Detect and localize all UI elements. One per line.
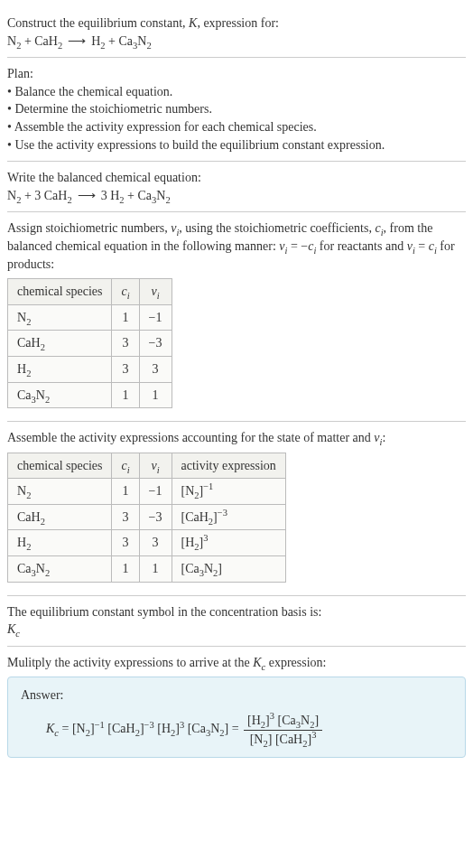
symbol-paragraph: The equilibrium constant symbol in the c…	[7, 603, 466, 621]
col-ci: ci	[112, 279, 139, 305]
cell-species: N2	[8, 304, 112, 331]
col-species: chemical species	[8, 453, 112, 479]
stoich-table: chemical species ci νi N2 1 −1 CaH2 3 −3…	[7, 278, 172, 408]
cell-nui: 1	[139, 382, 172, 408]
table-row: H2 3 3	[8, 356, 172, 382]
cell-nui: −3	[139, 504, 172, 530]
cell-ci: 3	[112, 356, 139, 382]
cell-species: CaH2	[8, 504, 112, 530]
activity-paragraph: Assemble the activity expressions accoun…	[7, 429, 466, 447]
cell-ci: 3	[112, 530, 139, 556]
text: , expression for:	[197, 16, 279, 30]
col-nui: νi	[139, 279, 172, 305]
cell-species: H2	[8, 356, 112, 382]
species: Ca3N2	[137, 189, 170, 202]
table-row: CaH2 3 −3	[8, 331, 172, 357]
cell-nui: 3	[139, 530, 172, 556]
plan-bullet: • Determine the stoichiometric numbers.	[7, 100, 466, 118]
kc-symbol: Kc	[7, 621, 466, 639]
table-row: CaH2 3 −3 [CaH2]−3	[8, 504, 286, 530]
activity-table: chemical species ci νi activity expressi…	[7, 453, 286, 583]
arrow-icon: ⟶	[68, 33, 86, 51]
plus: +	[125, 189, 138, 202]
multiply-paragraph: Mulitply the activity expressions to arr…	[7, 654, 466, 672]
cell-nui: 1	[139, 556, 172, 583]
species: 3 CaH2	[34, 189, 71, 202]
table-row: N2 1 −1 [N2]−1	[8, 479, 286, 505]
col-ci: ci	[112, 453, 139, 479]
cell-nui: −1	[139, 304, 172, 331]
answer-box: Answer: Kc = [N2]−1 [CaH2]−3 [H2]3 [Ca3N…	[7, 677, 466, 758]
plan-bullet: • Balance the chemical equation.	[7, 83, 466, 101]
prompt-line1: Construct the equilibrium constant, K, e…	[7, 14, 466, 33]
cell-activity: [N2]−1	[172, 479, 285, 505]
plus: +	[106, 34, 119, 48]
cell-species: Ca3N2	[8, 556, 112, 583]
species: H2	[91, 34, 105, 48]
k-symbol: K	[189, 16, 197, 30]
balanced-section: Write the balanced chemical equation: N2…	[7, 162, 466, 212]
col-nui: νi	[139, 453, 172, 479]
unbalanced-equation: N2 + CaH2⟶H2 + Ca3N2	[7, 33, 466, 51]
species: Ca3N2	[118, 34, 151, 48]
table-row: Ca3N2 1 1	[8, 382, 172, 408]
cell-ci: 1	[112, 382, 139, 408]
denominator: [N2] [CaH2]3	[244, 731, 322, 749]
col-species: chemical species	[8, 279, 112, 305]
plan-bullet: • Use the activity expressions to build …	[7, 136, 466, 154]
stoich-paragraph: Assign stoichiometric numbers, νi, using…	[7, 219, 466, 273]
text: Construct the equilibrium constant,	[7, 16, 189, 30]
prompt-section: Construct the equilibrium constant, K, e…	[7, 7, 466, 58]
arrow-icon: ⟶	[78, 187, 96, 205]
table-row: Ca3N2 1 1 [Ca3N2]	[8, 556, 286, 583]
symbol-section: The equilibrium constant symbol in the c…	[7, 596, 466, 647]
species: N2	[7, 34, 21, 48]
table-row: H2 3 3 [H2]3	[8, 530, 286, 556]
numerator: [H2]3 [Ca3N2]	[244, 712, 322, 731]
cell-activity: [Ca3N2]	[172, 556, 285, 583]
fraction: [H2]3 [Ca3N2][N2] [CaH2]3	[244, 712, 322, 748]
cell-nui: 3	[139, 356, 172, 382]
cell-ci: 3	[112, 504, 139, 530]
plan-section: Plan: • Balance the chemical equation. •…	[7, 58, 466, 162]
stoich-section: Assign stoichiometric numbers, νi, using…	[7, 212, 466, 422]
col-activity: activity expression	[172, 453, 285, 479]
cell-species: N2	[8, 479, 112, 505]
plan-title: Plan:	[7, 65, 466, 83]
cell-ci: 3	[112, 331, 139, 357]
cell-species: CaH2	[8, 331, 112, 357]
cell-ci: 1	[112, 304, 139, 331]
cell-nui: −1	[139, 479, 172, 505]
cell-activity: [CaH2]−3	[172, 504, 285, 530]
balanced-title: Write the balanced chemical equation:	[7, 169, 466, 187]
balanced-equation: N2 + 3 CaH2⟶3 H2 + Ca3N2	[7, 187, 466, 205]
plus: +	[21, 34, 34, 48]
answer-label: Answer:	[21, 686, 452, 705]
table-row: N2 1 −1	[8, 304, 172, 331]
plan-bullet: • Assemble the activity expression for e…	[7, 118, 466, 136]
cell-species: Ca3N2	[8, 382, 112, 408]
species: CaH2	[34, 34, 62, 48]
table-header-row: chemical species ci νi activity expressi…	[8, 453, 286, 479]
cell-activity: [H2]3	[172, 530, 285, 556]
table-header-row: chemical species ci νi	[8, 279, 172, 305]
activity-section: Assemble the activity expressions accoun…	[7, 422, 466, 596]
plus: +	[21, 189, 34, 202]
species: 3 H2	[101, 189, 125, 202]
answer-section: Mulitply the activity expressions to arr…	[7, 647, 466, 765]
cell-ci: 1	[112, 556, 139, 583]
cell-nui: −3	[139, 331, 172, 357]
species: N2	[7, 189, 21, 202]
kc-expression: Kc = [N2]−1 [CaH2]−3 [H2]3 [Ca3N2] = [H2…	[46, 712, 452, 748]
cell-species: H2	[8, 530, 112, 556]
cell-ci: 1	[112, 479, 139, 505]
